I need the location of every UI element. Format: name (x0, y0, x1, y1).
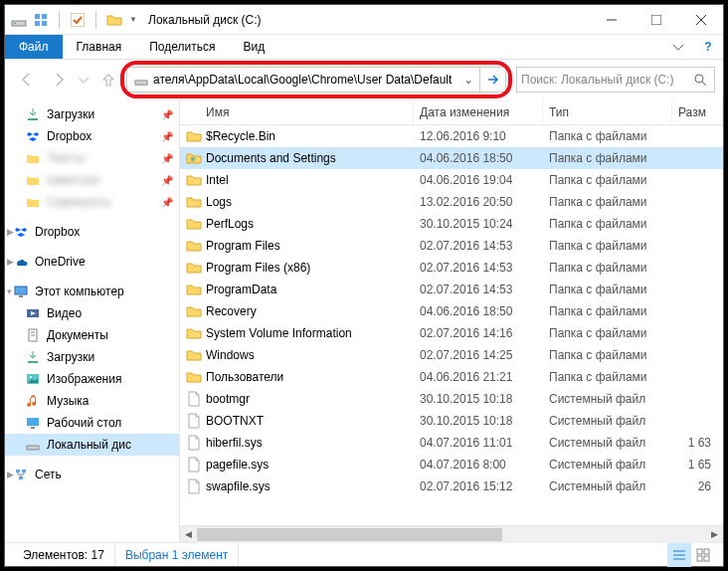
address-history-dropdown-icon[interactable]: ⌄ (459, 73, 477, 87)
file-date: 04.06.2016 18:50 (414, 151, 543, 165)
address-bar[interactable]: ⌄ (126, 67, 480, 93)
documents-icon (25, 327, 41, 343)
file-type: Папка с файлами (543, 370, 672, 384)
qat-properties-icon[interactable] (33, 12, 49, 28)
minimize-button[interactable] (589, 5, 634, 34)
file-name: Program Files (x86) (206, 261, 310, 275)
navigation-pane[interactable]: Загрузки📌 Dropbox📌 Тексты📌 наметоон📌 Скр… (5, 99, 180, 542)
sidebar-item-downloads2[interactable]: Загрузки (5, 346, 179, 368)
file-row[interactable]: System Volume Information02.07.2016 14:1… (180, 322, 723, 344)
file-date: 12.06.2016 9:10 (414, 129, 543, 143)
sidebar-item-music[interactable]: Музыка (5, 390, 179, 412)
titlebar: ▼ Локальный диск (C:) (5, 5, 723, 35)
file-row[interactable]: $Recycle.Bin12.06.2016 9:10Папка с файла… (180, 125, 723, 147)
file-row[interactable]: Program Files02.07.2016 14:53Папка с фай… (180, 235, 723, 257)
tab-file[interactable]: Файл (5, 35, 63, 59)
chevron-right-icon[interactable]: ▶ (7, 227, 14, 237)
file-row[interactable]: Documents and Settings04.06.2016 18:50Па… (180, 147, 723, 169)
sidebar-item-pictures[interactable]: Изображения (5, 368, 179, 390)
file-row[interactable]: PerfLogs30.10.2015 10:24Папка с файлами (180, 213, 723, 235)
file-date: 30.10.2015 10:18 (414, 392, 543, 406)
column-name[interactable]: Имя (180, 99, 414, 124)
help-icon[interactable]: ? (693, 40, 723, 54)
sidebar-item-desktop[interactable]: Рабочий стол (5, 412, 179, 434)
horizontal-scrollbar[interactable]: ◀ ▶ (180, 525, 723, 542)
scroll-right-button[interactable]: ▶ (706, 526, 723, 543)
file-row[interactable]: bootmgr30.10.2015 10:18Системный файл (180, 388, 723, 410)
file-row[interactable]: Windows02.07.2016 14:25Папка с файлами (180, 344, 723, 366)
tab-view[interactable]: Вид (229, 35, 278, 59)
file-row[interactable]: Program Files (x86)02.07.2016 14:53Папка… (180, 257, 723, 279)
column-type[interactable]: Тип (543, 99, 672, 124)
scroll-thumb[interactable] (197, 528, 502, 541)
sidebar-item-dropbox[interactable]: Dropbox📌 (5, 125, 179, 147)
qat-dropdown-icon[interactable]: ▼ (128, 12, 138, 28)
file-icon (186, 478, 202, 494)
file-date: 30.10.2015 10:24 (414, 217, 543, 231)
file-row[interactable]: Intel04.06.2016 19:04Папка с файлами (180, 169, 723, 191)
scroll-track[interactable] (197, 526, 706, 543)
file-type: Системный файл (543, 392, 672, 406)
file-name: System Volume Information (206, 326, 352, 340)
recent-dropdown-icon[interactable] (77, 66, 91, 94)
chevron-down-icon[interactable]: ▾ (7, 286, 12, 296)
chevron-right-icon[interactable]: ▶ (7, 257, 14, 267)
sidebar-item-thispc[interactable]: ▾Этот компьютер (5, 281, 179, 302)
tab-home[interactable]: Главная (63, 35, 136, 59)
sidebar-item-hidden[interactable]: Тексты📌 (5, 147, 179, 169)
go-button[interactable] (480, 67, 506, 93)
sidebar-item-localdisk[interactable]: Локальный дис (5, 434, 179, 456)
svg-rect-2 (35, 14, 40, 19)
dropbox-icon (25, 128, 41, 144)
search-box[interactable]: Поиск: Локальный диск (C:) (516, 67, 715, 93)
column-size[interactable]: Разм (672, 99, 723, 124)
file-row[interactable]: hiberfil.sys04.07.2016 11:01Системный фа… (180, 432, 723, 454)
file-row[interactable]: swapfile.sys02.07.2016 15:12Системный фа… (180, 476, 723, 497)
column-date[interactable]: Дата изменения (414, 99, 543, 124)
qat-check-icon[interactable] (70, 12, 86, 28)
sidebar-item-video[interactable]: Видео (5, 302, 179, 324)
back-button[interactable] (13, 66, 41, 94)
search-icon[interactable] (690, 73, 710, 87)
downloads-icon (25, 106, 41, 122)
maximize-button[interactable] (634, 5, 678, 34)
file-row[interactable]: BOOTNXT30.10.2015 10:18Системный файл (180, 410, 723, 432)
status-item-count: Элементов: 17 (13, 543, 115, 566)
view-icons-button[interactable] (691, 543, 715, 567)
file-row[interactable]: ProgramData02.07.2016 14:53Папка с файла… (180, 279, 723, 300)
drive-icon (133, 72, 149, 88)
file-type: Папка с файлами (543, 217, 672, 231)
qat-folder-icon[interactable] (106, 12, 122, 28)
scroll-left-button[interactable]: ◀ (180, 526, 197, 543)
sidebar-item-hidden[interactable]: Скриншоты📌 (5, 191, 179, 213)
file-row[interactable]: Recovery04.06.2016 18:50Папка с файлами (180, 300, 723, 322)
close-button[interactable] (678, 5, 723, 34)
sidebar-item-documents[interactable]: Документы (5, 324, 179, 346)
address-input[interactable] (153, 73, 459, 87)
sidebar-item-dropbox-root[interactable]: ▶Dropbox (5, 221, 179, 243)
file-type: Папка с файлами (543, 151, 672, 165)
file-type: Папка с файлами (543, 326, 672, 340)
sidebar-item-hidden[interactable]: наметоон📌 (5, 169, 179, 191)
svg-rect-14 (28, 118, 38, 120)
svg-point-23 (30, 376, 32, 378)
ribbon-expand-icon[interactable] (663, 42, 693, 52)
sidebar-item-network[interactable]: ▶Сеть (5, 464, 179, 485)
file-row[interactable]: Logs13.02.2016 20:50Папка с файлами (180, 191, 723, 213)
file-date: 04.06.2016 18:50 (414, 304, 543, 318)
file-rows[interactable]: $Recycle.Bin12.06.2016 9:10Папка с файла… (180, 125, 723, 525)
forward-button[interactable] (45, 66, 73, 94)
chevron-right-icon[interactable]: ▶ (7, 470, 14, 479)
sidebar-item-onedrive[interactable]: ▶OneDrive (5, 251, 179, 273)
up-button[interactable] (94, 66, 122, 94)
onedrive-icon (13, 254, 29, 270)
file-row[interactable]: pagefile.sys04.07.2016 8:00Системный фай… (180, 454, 723, 476)
body: Загрузки📌 Dropbox📌 Тексты📌 наметоон📌 Скр… (5, 99, 723, 542)
file-date: 04.06.2016 19:04 (414, 173, 543, 187)
view-details-button[interactable] (667, 543, 691, 567)
pictures-icon (25, 371, 41, 387)
file-row[interactable]: Пользователи04.06.2016 21:21Папка с файл… (180, 366, 723, 388)
file-name: Documents and Settings (206, 151, 336, 165)
tab-share[interactable]: Поделиться (135, 35, 229, 59)
sidebar-item-downloads[interactable]: Загрузки📌 (5, 103, 179, 125)
